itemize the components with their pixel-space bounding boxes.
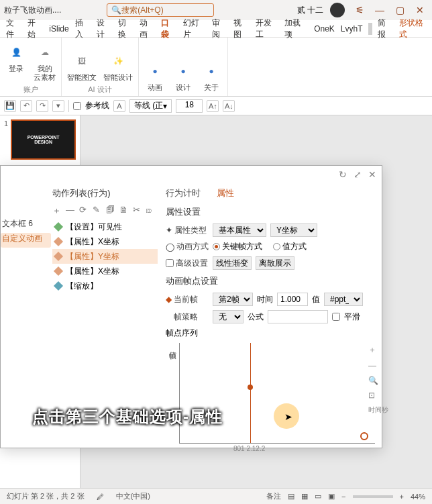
keyframe-chart[interactable]: 帧值 ➤ ＋ — 🔍 ⊡ 时间秒 801 2.12.2	[179, 343, 375, 444]
diamond-icon	[54, 252, 63, 261]
zoom-icon[interactable]: 🔍	[368, 376, 388, 385]
op-0[interactable]: ＋	[52, 205, 63, 215]
ribbon-icon: 👤	[5, 42, 27, 63]
slide-thumb[interactable]: POWERPOINT DESIGN	[11, 119, 76, 160]
seq-title: 帧点序列	[166, 327, 375, 339]
op-2[interactable]: ⟳	[79, 205, 90, 215]
ribbon-智能设计[interactable]: ✨智能设计	[103, 50, 133, 82]
discrete-button[interactable]: 离散展示	[256, 256, 294, 270]
radio-value[interactable]: 值方式	[273, 241, 307, 252]
statusbar: 幻灯片 第 2 张，共 2 张 🖉 中文(中国) 备注 ▤ ▦ ▭ ▣ − + …	[0, 488, 432, 504]
smooth-label: 平滑	[344, 311, 360, 323]
ribbon-智能图文[interactable]: 🖼智能图文	[67, 50, 97, 82]
cur-select[interactable]: 第2帧	[213, 293, 253, 306]
linear-button[interactable]: 线性渐变	[213, 256, 252, 270]
keyframe-dot[interactable]	[248, 385, 253, 390]
avatar[interactable]	[330, 3, 345, 17]
doc-name: 粒子飞散动画....	[4, 5, 61, 16]
action-0[interactable]: 【设置】可见性	[52, 219, 158, 234]
time-input[interactable]	[277, 293, 308, 306]
view-slideshow-icon[interactable]: ▣	[328, 492, 335, 501]
save-icon[interactable]: 💾	[4, 100, 16, 112]
menu-10[interactable]: 视图	[231, 16, 251, 42]
quickbar: 💾 ↶ ↷ ▾ 参考线 A 等线 (正 ▾ 18 A↑ A↓	[0, 97, 432, 115]
diamond-icon	[54, 237, 63, 246]
tabs: 行为计时属性	[166, 187, 375, 201]
shrink-icon[interactable]: A↓	[223, 100, 235, 112]
op-1[interactable]: —	[66, 205, 76, 215]
menu-15[interactable]: 简报	[376, 16, 395, 42]
menubar: 文件开始iSlide插入设计切换动画口袋幻灯片审阅视图开发工加载项OneKLvy…	[0, 20, 432, 38]
chart-controls: ＋ — 🔍 ⊡ 时间秒	[368, 344, 388, 415]
adv-check[interactable]	[166, 259, 174, 267]
slide-number: 1	[4, 119, 8, 164]
val-select[interactable]: #ppt_y	[324, 293, 363, 306]
zoom-in-icon[interactable]: +	[400, 493, 404, 501]
action-4[interactable]: 【缩放】	[52, 279, 158, 293]
add-kf-icon[interactable]: ＋	[368, 344, 388, 356]
type-select[interactable]: 基本属性	[213, 223, 266, 237]
ribbon-动画[interactable]: ●动画	[144, 60, 166, 92]
window-opts-icon[interactable]: ⚟	[352, 2, 368, 18]
ribbon-我的云素材[interactable]: ☁我的 云素材	[34, 42, 56, 82]
formula-input[interactable]	[268, 310, 328, 323]
op-7[interactable]: ⎄	[146, 205, 157, 215]
tab-0[interactable]: 行为计时	[166, 187, 201, 201]
undo-icon[interactable]: ↶	[20, 100, 32, 112]
view-reading-icon[interactable]: ▭	[315, 492, 321, 501]
action-3[interactable]: 【属性】X坐标	[52, 264, 158, 279]
attr-section-title: 属性设置	[166, 206, 375, 218]
guides-check[interactable]	[73, 102, 81, 110]
remove-kf-icon[interactable]: —	[368, 361, 388, 370]
ribbon-icon: 🖼	[71, 50, 93, 72]
menu-14[interactable]: LvyhT	[339, 23, 365, 35]
tab-1[interactable]: 属性	[217, 187, 234, 201]
edit-icon[interactable]: 🖉	[97, 493, 104, 501]
ribbon-登录[interactable]: 👤登录	[5, 42, 27, 82]
text-icon[interactable]: A	[113, 100, 125, 112]
view-sorter-icon[interactable]: ▦	[301, 492, 308, 501]
object-0[interactable]: 文本框 6	[1, 218, 51, 233]
object-1[interactable]: 自定义动画	[1, 233, 51, 248]
user-name: 贰 十二	[297, 5, 323, 16]
mode-icon: ◯	[166, 242, 174, 252]
op-3[interactable]: ✎	[93, 205, 103, 215]
zoom-value: 44%	[411, 493, 425, 501]
view-normal-icon[interactable]: ▤	[288, 492, 294, 501]
font-size[interactable]: 18	[176, 99, 203, 113]
action-2[interactable]: 【属性】Y坐标	[52, 249, 158, 264]
menu-12[interactable]: 加载项	[282, 16, 310, 42]
menu-13[interactable]: OneK	[312, 23, 337, 35]
grow-icon[interactable]: A↑	[207, 100, 219, 112]
menu-11[interactable]: 开发工	[254, 16, 281, 42]
ribbon-icon: ●	[172, 60, 194, 82]
reset-icon[interactable]: ⊡	[368, 391, 388, 400]
font-select[interactable]: 等线 (正 ▾	[129, 99, 172, 113]
op-5[interactable]: 🗎	[119, 205, 130, 215]
ribbon-关于[interactable]: ●关于	[201, 60, 222, 92]
smooth-check[interactable]	[332, 313, 340, 321]
redo-icon[interactable]: ↷	[36, 100, 48, 112]
action-1[interactable]: 【属性】X坐标	[52, 234, 158, 249]
ribbon-icon: ☁	[34, 42, 56, 63]
zoom-out-icon[interactable]: −	[341, 493, 345, 501]
op-4[interactable]: 🗐	[106, 205, 117, 215]
search-box[interactable]: 🔍 搜索(Alt+Q)	[107, 3, 214, 17]
cursor-highlight: ➤	[274, 403, 299, 429]
end-keyframe-icon[interactable]	[360, 432, 368, 440]
collapse-icon[interactable]: ⤢	[354, 169, 362, 180]
refresh-icon[interactable]: ↻	[339, 169, 347, 180]
zoom-slider[interactable]	[353, 495, 393, 498]
menu-2[interactable]: iSlide	[47, 23, 70, 35]
ribbon-设计[interactable]: ●设计	[172, 60, 194, 92]
dialog-close-icon[interactable]: ✕	[368, 169, 376, 180]
ribbon-icon: ●	[201, 60, 222, 82]
radio-keyframe[interactable]: 关键帧方式	[213, 241, 262, 252]
op-6[interactable]: ✂	[133, 205, 144, 215]
strategy-label: 帧策略	[174, 311, 198, 323]
type2-select[interactable]: Y坐标	[270, 223, 317, 237]
notes-button[interactable]: 备注	[266, 491, 281, 501]
dropdown-icon[interactable]: ▾	[52, 100, 64, 112]
strategy-select[interactable]: 无	[213, 310, 244, 323]
menu-16[interactable]: 形状格式	[397, 16, 432, 42]
